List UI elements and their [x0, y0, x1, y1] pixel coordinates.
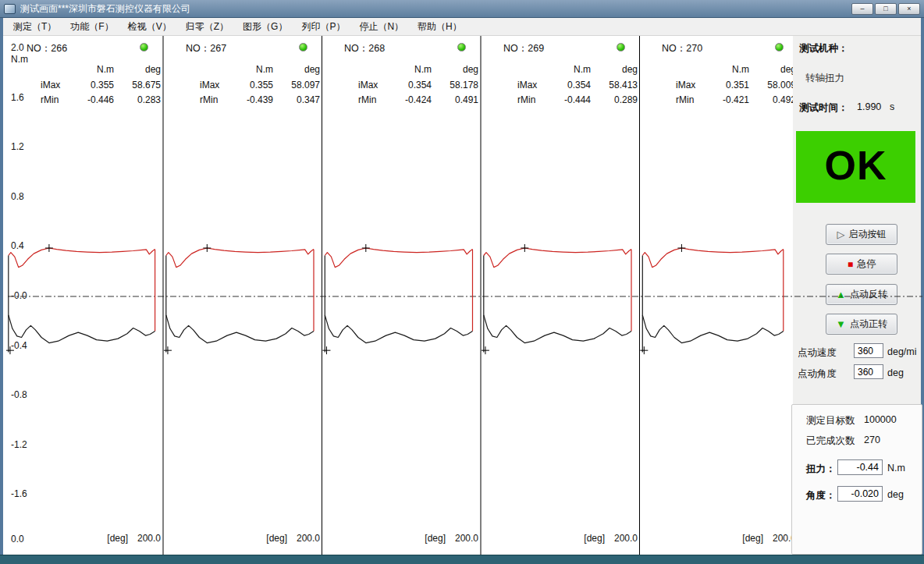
col-header-deg: deg: [748, 64, 796, 75]
menu-item-1[interactable]: 测定（T）: [6, 18, 63, 36]
status-indicator-dot: [457, 43, 466, 51]
imax-label: iMax: [41, 80, 60, 90]
menu-item-3[interactable]: 检视（V）: [121, 18, 179, 36]
status-indicator-dot: [775, 43, 784, 51]
col-header-deg: deg: [272, 64, 320, 75]
app-icon: [4, 4, 16, 14]
imax-nm-value: 0.354: [542, 80, 591, 90]
jog-angle-unit: deg: [887, 367, 904, 378]
menu-item-2[interactable]: 功能（F）: [63, 18, 120, 36]
menu-item-6[interactable]: 列印（P）: [294, 18, 352, 36]
col-header-deg: deg: [112, 64, 161, 75]
jog-speed-label: 点动速度: [798, 346, 837, 360]
chart-area: N.m 0.0 2.01.61.20.80.4-0.0-0.4-0.8-1.2-…: [3, 36, 793, 555]
angle-readout: [837, 486, 883, 502]
done-count-value: 270: [864, 435, 880, 445]
x-axis-end-value: 200.0: [297, 533, 320, 544]
menu-item-8[interactable]: 帮助（H）: [410, 18, 469, 36]
jog-forward-button[interactable]: ▼ 点动正转: [826, 314, 897, 335]
menubar: 测定（T）功能（F）检视（V）归零（Z）图形（G）列印（P）停止（N）帮助（H）: [3, 18, 921, 36]
x-axis-unit-label: [deg]: [584, 533, 605, 544]
rmin-nm-value: -0.424: [383, 94, 432, 105]
done-count-label: 已完成次数: [806, 435, 855, 448]
jog-reverse-button[interactable]: ▲ 点动反转: [826, 284, 897, 305]
app-window: 测试画面***深圳市磐石测控仪器有限公司 – □ × 测定（T）功能（F）检视（…: [0, 0, 924, 564]
jog-angle-label: 点动角度: [798, 367, 837, 381]
x-axis-unit-label: [deg]: [742, 533, 763, 544]
col-header-nm: N.m: [701, 64, 749, 75]
window-title: 测试画面***深圳市磐石测控仪器有限公司: [20, 2, 190, 16]
rmin-deg-value: 0.491: [430, 94, 478, 105]
panel-no-label: NO：266: [27, 42, 67, 55]
rmin-deg-value: 0.347: [272, 94, 320, 105]
minimize-button[interactable]: –: [851, 3, 873, 15]
torque-label: 扭力：: [806, 463, 836, 476]
menu-item-7[interactable]: 停止（N）: [352, 18, 410, 36]
test-panel-3: NO：268N.mdegiMax0.35458.178rMin-0.4240.4…: [327, 36, 482, 555]
jog-speed-input[interactable]: [854, 343, 883, 358]
x-axis-end-value: 200.0: [137, 533, 161, 544]
rmin-label: rMin: [41, 94, 59, 105]
stats-panel: 测定目标数 100000 已完成次数 270 扭力： N.m 角度： deg: [791, 404, 922, 555]
x-axis-end-value: 200.0: [614, 533, 638, 544]
machine-type-value: 转轴扭力: [805, 72, 844, 85]
imax-label: iMax: [517, 80, 537, 90]
status-indicator-dot: [140, 43, 148, 51]
imax-label: iMax: [676, 80, 695, 90]
test-panel-2: NO：267N.mdegiMax0.35558.097rMin-0.4390.3…: [169, 36, 323, 555]
emergency-stop-button[interactable]: ■ 急停: [826, 254, 897, 275]
panel-no-label: NO：268: [344, 42, 385, 55]
imax-label: iMax: [200, 80, 219, 90]
rmin-deg-value: 0.492: [748, 94, 796, 105]
rmin-nm-value: -0.446: [66, 94, 114, 105]
rmin-nm-value: -0.444: [542, 94, 591, 105]
rmin-deg-value: 0.289: [589, 94, 638, 105]
rmin-label: rMin: [676, 94, 694, 105]
torque-unit: N.m: [887, 463, 905, 474]
imax-deg-value: 58.178: [430, 80, 478, 90]
x-axis-unit-label: [deg]: [266, 533, 287, 544]
maximize-button[interactable]: □: [875, 3, 897, 15]
test-time-label: 测试时间：: [799, 101, 848, 115]
col-header-nm: N.m: [383, 64, 432, 75]
emergency-stop-label: 急停: [857, 257, 876, 271]
imax-label: iMax: [358, 80, 378, 90]
status-indicator-dot: [617, 43, 625, 51]
col-header-nm: N.m: [66, 64, 114, 75]
x-axis-end-value: 200.0: [455, 533, 478, 544]
imax-deg-value: 58.675: [112, 80, 161, 90]
jog-reverse-label: 点动反转: [850, 288, 887, 301]
stop-square-icon: ■: [848, 260, 853, 269]
angle-unit: deg: [887, 489, 904, 500]
torque-readout: [837, 459, 883, 475]
panel-no-label: NO：267: [186, 42, 226, 55]
imax-deg-value: 58.009: [748, 80, 796, 90]
jog-angle-input[interactable]: [854, 364, 883, 379]
imax-deg-value: 58.413: [589, 80, 638, 90]
target-count-value: 100000: [864, 414, 897, 425]
angle-label: 角度：: [806, 489, 836, 502]
rmin-deg-value: 0.283: [112, 94, 161, 105]
panel-no-label: NO：269: [503, 42, 544, 55]
rmin-label: rMin: [358, 94, 376, 105]
arrow-up-icon: ▲: [836, 290, 846, 300]
x-axis-unit-label: [deg]: [425, 533, 446, 544]
start-button[interactable]: ▷ 启动按钮: [826, 224, 897, 245]
col-header-deg: deg: [430, 64, 478, 75]
menu-item-5[interactable]: 图形（G）: [236, 18, 294, 36]
imax-nm-value: 0.351: [701, 80, 749, 90]
menu-item-4[interactable]: 归零（Z）: [179, 18, 236, 36]
rmin-label: rMin: [200, 94, 218, 105]
test-panel-4: NO：269N.mdegiMax0.35458.413rMin-0.4440.2…: [486, 36, 641, 555]
x-axis-unit-label: [deg]: [107, 533, 128, 544]
arrow-down-icon: ▼: [836, 320, 846, 329]
sidebar: 测试机种： 转轴扭力 测试时间： 1.990 s OK ▷ 启动按钮 ■ 急停 …: [793, 36, 921, 555]
play-icon: ▷: [837, 230, 845, 239]
jog-forward-label: 点动正转: [850, 317, 887, 331]
close-button[interactable]: ×: [898, 3, 920, 15]
rmin-nm-value: -0.421: [701, 94, 749, 105]
start-button-label: 启动按钮: [849, 228, 887, 241]
imax-deg-value: 58.097: [272, 80, 320, 90]
imax-nm-value: 0.355: [66, 80, 114, 90]
titlebar: 测试画面***深圳市磐石测控仪器有限公司 – □ ×: [0, 0, 924, 18]
